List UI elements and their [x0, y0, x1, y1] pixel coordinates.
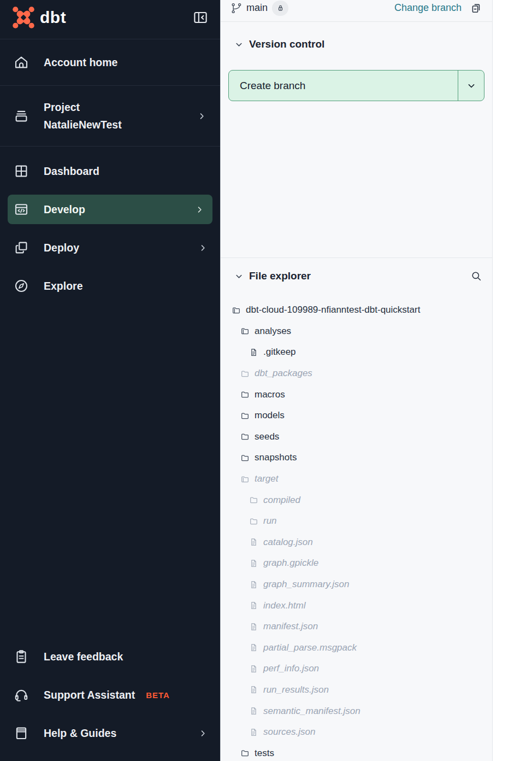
tree-item-models[interactable]: models [221, 405, 492, 426]
support-assistant-label: Support Assistant [44, 689, 135, 701]
tree-item-label: .gitkeep [263, 347, 296, 358]
tree-item-label: partial_parse.msgpack [263, 642, 357, 653]
sidebar-item-support-assistant[interactable]: Support Assistant BETA [0, 676, 220, 714]
tree-item-index-html[interactable]: index.html [221, 595, 492, 616]
tree-item-semantic-manifest-json[interactable]: semantic_manifest.json [221, 700, 492, 722]
file-search-button[interactable] [469, 269, 483, 283]
chevron-down-icon [234, 39, 244, 50]
develop-label: Develop [44, 203, 85, 216]
sidebar-nav: Dashboard Develop Deploy Explore [0, 147, 220, 305]
file-icon [249, 580, 258, 589]
beta-badge: BETA [146, 690, 170, 700]
file-icon [249, 685, 258, 694]
version-control-section: Version control Create branch [221, 22, 492, 258]
current-branch-name: main [246, 2, 268, 14]
dbt-logo-icon [12, 6, 35, 29]
ide-left-panel: main Change branch Version control Creat… [221, 0, 493, 761]
tree-item-label: dbt_packages [255, 368, 312, 379]
tree-item-label: macros [255, 389, 285, 400]
copy-icon [470, 2, 483, 15]
sidebar-item-explore[interactable]: Explore [0, 267, 220, 305]
file-icon [249, 559, 258, 568]
tree-item-label: manifest.json [263, 621, 318, 632]
folder-icon [249, 517, 258, 526]
tree-item-sources-json[interactable]: sources.json [221, 722, 492, 743]
file-icon [249, 728, 258, 737]
tree-item-partial-parse-msgpack[interactable]: partial_parse.msgpack [221, 637, 492, 659]
file-explorer-section: File explorer dbt-cloud-109989-nfianntes… [221, 258, 492, 761]
create-branch-button[interactable]: Create branch [229, 71, 458, 101]
sidebar-item-develop[interactable]: Develop [8, 195, 212, 224]
sidebar-header: dbt [0, 0, 220, 39]
search-icon [470, 270, 483, 283]
branch-readonly-badge [272, 1, 288, 16]
tree-item-label: snapshots [255, 452, 297, 463]
tree-item-analyses[interactable]: analyses [221, 321, 492, 342]
tree-item-label: run_results.json [263, 684, 329, 695]
folder-icon [240, 369, 250, 378]
copy-branch-button[interactable] [469, 1, 483, 15]
file-icon [249, 622, 258, 631]
tree-item-label: catalog.json [263, 537, 313, 548]
sidebar-item-account-home[interactable]: Account home [0, 39, 220, 86]
file-explorer-title: File explorer [249, 270, 311, 282]
tree-item-gitkeep[interactable]: .gitkeep [221, 342, 492, 363]
branch-bar: main Change branch [221, 0, 492, 22]
tree-item-compiled[interactable]: compiled [221, 489, 492, 511]
sidebar-item-deploy[interactable]: Deploy [0, 229, 220, 267]
file-icon [249, 664, 258, 674]
folder-icon [240, 390, 250, 399]
version-control-header[interactable]: Version control [221, 35, 492, 54]
tree-item-label: semantic_manifest.json [263, 706, 360, 717]
tree-item-tests[interactable]: tests [221, 742, 492, 761]
tree-item-seeds[interactable]: seeds [221, 426, 492, 448]
tree-item-label: target [255, 473, 278, 484]
collapse-sidebar-button[interactable] [192, 9, 209, 26]
tree-item-perf-info-json[interactable]: perf_info.json [221, 658, 492, 680]
explore-label: Explore [44, 280, 83, 292]
develop-code-window-icon [13, 201, 29, 218]
chevron-right-icon [198, 243, 208, 253]
file-icon [249, 348, 258, 357]
tree-item-label: analyses [255, 326, 291, 337]
tree-item-catalog-json[interactable]: catalog.json [221, 532, 492, 553]
tree-item-run-results-json[interactable]: run_results.json [221, 680, 492, 701]
book-icon [13, 725, 29, 741]
sidebar-item-help-guides[interactable]: Help & Guides [0, 714, 220, 752]
create-branch-dropdown-toggle[interactable] [458, 71, 484, 101]
tree-item-graph-summary-json[interactable]: graph_summary.json [221, 574, 492, 595]
tree-item-project-root[interactable]: dbt-cloud-109989-nfianntest-dbt-quicksta… [221, 300, 492, 321]
help-guides-label: Help & Guides [44, 727, 116, 740]
project-archive-icon [13, 108, 29, 124]
tree-item-snapshots[interactable]: snapshots [221, 447, 492, 469]
tree-item-macros[interactable]: macros [221, 384, 492, 405]
folder-icon [249, 495, 258, 505]
app-root: dbt Account home Project NatalieNewTest … [0, 0, 532, 761]
deploy-icon [13, 239, 29, 256]
tree-item-dbt-packages[interactable]: dbt_packages [221, 363, 492, 384]
tree-item-label: run [263, 516, 277, 526]
file-explorer-header[interactable]: File explorer [221, 267, 492, 285]
lock-icon [276, 3, 285, 13]
create-branch-split-button: Create branch [228, 70, 484, 101]
headset-icon [13, 687, 29, 703]
folder-icon [240, 411, 250, 420]
tree-item-label: dbt-cloud-109989-nfianntest-dbt-quicksta… [246, 305, 420, 315]
tree-item-target[interactable]: target [221, 469, 492, 490]
clipboard-feedback-icon [13, 648, 29, 665]
file-tree: dbt-cloud-109989-nfianntest-dbt-quicksta… [221, 300, 492, 761]
sidebar-item-leave-feedback[interactable]: Leave feedback [0, 637, 220, 676]
account-home-label: Account home [44, 56, 117, 69]
sidebar-item-project[interactable]: Project NatalieNewTest [0, 86, 220, 147]
tree-item-run[interactable]: run [221, 511, 492, 532]
tree-item-label: index.html [263, 600, 305, 611]
tree-item-graph-gpickle[interactable]: graph.gpickle [221, 553, 492, 574]
folder-icon [240, 748, 250, 758]
project-label: Project [44, 98, 122, 116]
folder-open-icon [232, 306, 241, 315]
leave-feedback-label: Leave feedback [44, 651, 123, 663]
tree-item-manifest-json[interactable]: manifest.json [221, 616, 492, 637]
sidebar: dbt Account home Project NatalieNewTest … [0, 0, 221, 761]
sidebar-item-dashboard[interactable]: Dashboard [0, 152, 220, 190]
change-branch-link[interactable]: Change branch [394, 2, 462, 14]
